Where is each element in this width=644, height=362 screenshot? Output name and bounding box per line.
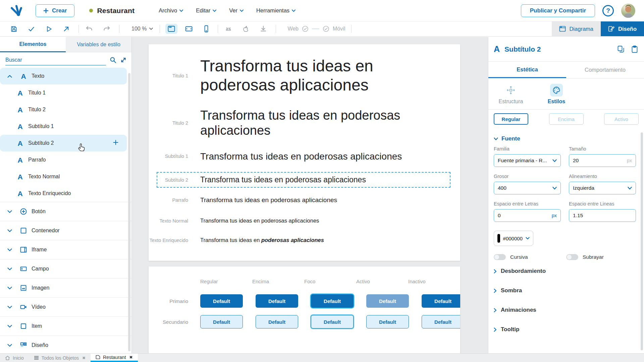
section-animaciones[interactable]: Animaciones [488, 300, 644, 320]
bottom-tab-todos-los-objetos[interactable]: Todos los Objetos ✖ [29, 354, 91, 362]
tree-group-contenedor[interactable]: Contenedor [0, 221, 131, 240]
avatar[interactable] [621, 4, 635, 18]
cursiva-toggle[interactable] [494, 254, 506, 260]
selected-element-outline[interactable]: Subtítulo 2 Transforma tus ideas en pode… [157, 172, 450, 188]
tab-comportamiento[interactable]: Comportamiento [566, 62, 644, 78]
paste-style-clipboard-icon[interactable] [631, 45, 638, 53]
tree-group-boton[interactable]: Botón [0, 202, 131, 221]
chevron-down-icon[interactable] [7, 267, 12, 270]
tamano-input[interactable] [573, 158, 625, 164]
tab-elementos[interactable]: Elementos [0, 37, 66, 52]
subtitulo-1-text[interactable]: Transforma tus ideas en poderosas aplica… [200, 151, 402, 162]
design-canvas[interactable]: Titulo 1 Transforma tus ideas en poderos… [132, 37, 488, 353]
canvas-row-subtitulo-1[interactable]: Subtítulo 1 Transforma tus ideas en pode… [149, 151, 460, 162]
validate-check-icon[interactable] [26, 24, 36, 34]
canvas-row-titulo-1[interactable]: Titulo 1 Transforma tus ideas en poderos… [149, 57, 460, 95]
subtab-estructura[interactable]: Estructura [492, 84, 529, 105]
espacio-letras-input[interactable] [498, 213, 550, 219]
sidebar-scrollbar[interactable] [128, 73, 130, 351]
texto-normal-text[interactable]: Transforma tus ideas en poderosas aplica… [200, 218, 319, 224]
apple-icon[interactable] [241, 24, 251, 34]
redo-icon[interactable] [102, 24, 112, 34]
subrayar-toggle[interactable] [566, 254, 578, 260]
subtitulo-2-text[interactable]: Transforma tus ideas en poderosas aplica… [200, 175, 366, 184]
help-icon[interactable]: ? [602, 5, 614, 16]
subtab-estilos[interactable]: Estilos [538, 84, 575, 105]
canvas-row-texto-normal[interactable]: Texto Normal Transforma tus ideas en pod… [149, 218, 460, 224]
alineamiento-dropdown[interactable]: Izquierda [569, 182, 636, 194]
secondary-encima-button[interactable]: Default [256, 315, 298, 328]
tree-item-titulo-1[interactable]: A Titulo 1 [0, 84, 131, 101]
grosor-dropdown[interactable]: 400 [494, 182, 561, 194]
tree-item-texto-normal[interactable]: A Texto Normal [0, 168, 131, 185]
canvas-row-titulo-2[interactable]: Titulo 2 Transforma tus ideas en poderos… [149, 108, 460, 138]
font-color-picker[interactable]: #000000 [494, 231, 533, 246]
tree-group-texto[interactable]: A Texto [0, 68, 127, 84]
titulo-2-text[interactable]: Transforma tus ideas en poderosas aplica… [200, 108, 435, 138]
web-movil-toggle[interactable]: Web Móvil [287, 25, 345, 33]
download-icon[interactable] [258, 24, 268, 34]
menu-editar[interactable]: Editar [196, 7, 216, 14]
chevron-down-icon[interactable] [7, 229, 12, 232]
zoom-level-dropdown[interactable]: 100 % [131, 26, 153, 32]
add-instance-plus-icon[interactable] [113, 139, 119, 145]
search-input[interactable] [5, 55, 106, 65]
chevron-down-icon[interactable] [7, 287, 12, 290]
tree-item-subtitulo-2[interactable]: A Subtítulo 2 [0, 135, 127, 152]
play-preview-icon[interactable] [44, 24, 54, 34]
tree-group-item[interactable]: Item [0, 316, 131, 336]
button-styles-card[interactable]: Regular Encima Foco Activo Inactivo Prim… [149, 266, 460, 353]
section-fuente-header[interactable]: Fuente [488, 129, 644, 145]
tab-diseno[interactable]: Diseño [601, 21, 644, 36]
state-regular-button[interactable]: Regular [494, 113, 528, 125]
section-desbordamiento[interactable]: Desbordamiento [488, 261, 644, 281]
espacio-lineas-input[interactable] [573, 213, 632, 219]
tree-group-diseno[interactable]: Diseño [0, 336, 131, 353]
undo-icon[interactable] [84, 24, 94, 34]
save-icon[interactable] [9, 24, 19, 34]
familia-dropdown[interactable]: Fuente primaria - R... [494, 154, 561, 167]
state-encima-button[interactable]: Encima [549, 113, 584, 125]
copy-style-icon[interactable] [617, 45, 625, 53]
tree-group-video[interactable]: Vídeo [0, 297, 131, 316]
share-export-icon[interactable] [61, 24, 71, 34]
canvas-row-parrafo[interactable]: Parrafo Transforma tus ideas en poderosa… [149, 196, 460, 204]
device-web-icon[interactable] [165, 24, 177, 34]
create-button[interactable]: Crear [36, 4, 74, 17]
tree-item-subtitulo-1[interactable]: A Subtítulo 1 [0, 118, 131, 135]
primary-regular-button[interactable]: Default [200, 294, 243, 308]
text-styles-card[interactable]: Titulo 1 Transforma tus ideas en poderos… [149, 44, 460, 261]
primary-activo-button[interactable]: Default [366, 294, 409, 308]
chevron-down-icon[interactable] [7, 306, 12, 309]
expand-panel-icon[interactable] [120, 57, 127, 63]
close-icon[interactable]: ✖ [82, 356, 86, 360]
tab-estetica[interactable]: Estética [488, 62, 566, 78]
secondary-foco-button[interactable]: Default [311, 315, 354, 328]
section-tooltip[interactable]: Tooltip [488, 320, 644, 339]
chevron-down-icon[interactable] [7, 344, 12, 347]
tree-item-titulo-2[interactable]: A Titulo 2 [0, 101, 131, 118]
tree-item-parrafo[interactable]: A Parrafo [0, 152, 131, 168]
section-sombra[interactable]: Sombra [488, 281, 644, 300]
secondary-regular-button[interactable]: Default [200, 315, 243, 328]
chevron-down-icon[interactable] [7, 210, 12, 213]
publish-share-button[interactable]: Publicar y Compartir [521, 4, 595, 17]
primary-encima-button[interactable]: Default [256, 294, 298, 308]
chevron-up-icon[interactable] [7, 75, 12, 78]
chevron-down-icon[interactable] [7, 325, 12, 328]
close-icon[interactable]: ✖ [129, 355, 133, 360]
tree-group-campo[interactable]: Campo [0, 259, 131, 278]
menu-archivo[interactable]: Archivo [159, 7, 183, 14]
android-icon[interactable] [223, 24, 233, 34]
state-activo-button[interactable]: Activo [604, 113, 639, 125]
menu-herramientas[interactable]: Herramientas [256, 7, 296, 14]
justinmind-logo-icon[interactable] [9, 4, 23, 18]
menu-ver[interactable]: Ver [229, 7, 244, 14]
tree-group-iframe[interactable]: Iframe [0, 240, 131, 259]
search-icon[interactable] [109, 56, 117, 64]
secondary-inactivo-button[interactable]: Default [422, 315, 460, 328]
tree-group-imagen[interactable]: Imagen [0, 278, 131, 297]
tree-item-texto-enriquecido[interactable]: A Texto Enriquecido [0, 185, 131, 202]
titulo-1-text[interactable]: Transforma tus ideas en poderosas aplica… [200, 57, 408, 95]
tab-diagrama[interactable]: Diagrama [552, 21, 601, 36]
